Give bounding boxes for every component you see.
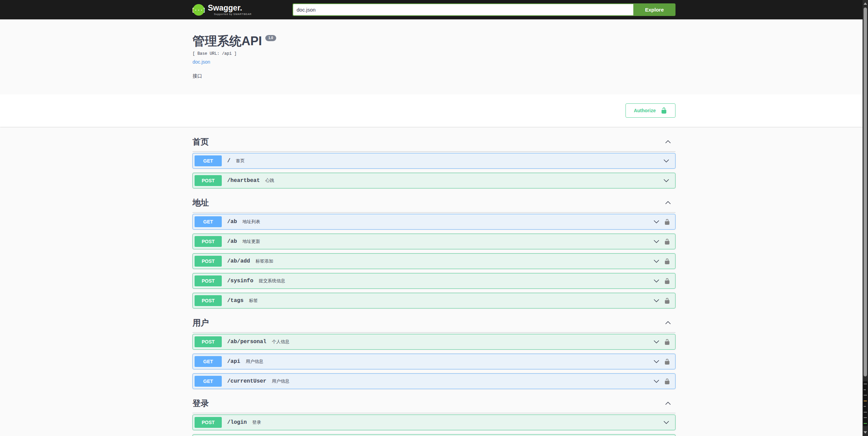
operation-path: /tags <box>227 298 244 304</box>
authorize-button[interactable]: Authorize <box>625 103 675 118</box>
method-badge: POST <box>195 336 222 347</box>
chevron-down-icon <box>652 257 661 265</box>
operation-row[interactable]: POST /ab/add 标签添加 <box>193 253 675 269</box>
operation-summary: 登录 <box>252 419 261 425</box>
expand-operation-button[interactable] <box>662 157 670 165</box>
chevron-down-icon <box>652 218 661 226</box>
chevron-down-icon <box>652 377 661 385</box>
unlocked-padlock-icon <box>664 238 670 245</box>
api-description: 接口 <box>193 73 675 79</box>
expand-operation-button[interactable] <box>652 277 661 285</box>
operation-row[interactable]: POST /ab/personal 个人信息 <box>193 334 675 350</box>
chevron-down-icon <box>662 177 670 185</box>
collapse-section-button[interactable] <box>664 399 672 407</box>
operation-row[interactable]: GET /ab 地址列表 <box>193 214 675 230</box>
auth-lock-button[interactable] <box>664 219 670 225</box>
method-badge: POST <box>195 275 222 286</box>
operation-path: /ab/add <box>227 258 250 264</box>
swagger-logo-icon: {···} <box>193 4 205 16</box>
topbar: {···} Swagger. Supported by SMARTBEAR Ex… <box>0 0 868 19</box>
expand-operation-button[interactable] <box>652 257 661 265</box>
operation-summary: 标签添加 <box>255 258 273 264</box>
auth-lock-button[interactable] <box>664 339 670 345</box>
operation-summary: 地址列表 <box>243 219 260 225</box>
spec-link[interactable]: doc.json <box>193 59 210 65</box>
method-badge: GET <box>195 155 222 166</box>
chevron-up-icon <box>664 138 672 146</box>
operation-summary: 用户信息 <box>272 378 289 384</box>
section-header[interactable]: 地址 <box>193 194 675 213</box>
brand-name: Swagger. <box>208 4 252 12</box>
chevron-down-icon <box>662 157 670 165</box>
auth-lock-button[interactable] <box>664 298 670 304</box>
authorize-label: Authorize <box>634 108 656 113</box>
operation-row[interactable]: POST /sysinfo 提交系统信息 <box>193 273 675 289</box>
operation-summary: 提交系统信息 <box>259 278 285 284</box>
version-badge: 1.0 <box>265 35 276 41</box>
operation-path: /currentUser <box>227 378 266 384</box>
spec-url-input[interactable] <box>293 3 633 16</box>
auth-lock-button[interactable] <box>664 378 670 385</box>
expand-operation-button[interactable] <box>662 418 670 426</box>
operation-row[interactable]: GET /currentUser 用户信息 <box>193 373 675 389</box>
expand-operation-button[interactable] <box>652 237 661 246</box>
unlocked-padlock-icon <box>664 339 670 345</box>
operation-path: /login <box>227 419 247 425</box>
unlocked-padlock-icon <box>664 219 670 225</box>
expand-operation-button[interactable] <box>652 377 661 385</box>
operation-row[interactable]: POST /loginStatus 登录状态 <box>193 434 675 436</box>
operation-summary: 个人信息 <box>272 339 289 345</box>
auth-lock-button[interactable] <box>664 238 670 245</box>
section-header[interactable]: 用户 <box>193 314 675 333</box>
information-container: 管理系统API 1.0 [ Base URL: /api ] doc.json … <box>0 19 868 94</box>
tag-section: 登录 POST /login 登录 POST /loginStatus 登录状态 <box>193 395 675 436</box>
scrollbar-minimap <box>863 381 868 426</box>
chevron-down-icon <box>652 338 661 346</box>
operation-path: /ab/personal <box>227 339 266 345</box>
chevron-up-icon <box>664 199 672 207</box>
section-title: 登录 <box>193 398 209 409</box>
expand-operation-button[interactable] <box>652 338 661 346</box>
collapse-section-button[interactable] <box>664 319 672 327</box>
operation-path: / <box>227 158 231 164</box>
section-header[interactable]: 登录 <box>193 395 675 413</box>
tag-section: 地址 GET /ab 地址列表 POST /ab 地址更新 <box>193 194 675 308</box>
operation-row[interactable]: POST /login 登录 <box>193 415 675 430</box>
operation-row[interactable]: GET /api 用户信息 <box>193 354 675 369</box>
chevron-down-icon <box>652 277 661 285</box>
operations-list: 首页 GET / 首页 POST /heartbeat 心跳 <box>186 127 682 436</box>
tag-section: 首页 GET / 首页 POST /heartbeat 心跳 <box>193 133 675 188</box>
section-header[interactable]: 首页 <box>193 133 675 152</box>
collapse-section-button[interactable] <box>664 199 672 207</box>
auth-lock-button[interactable] <box>664 278 670 284</box>
swagger-logo[interactable]: {···} Swagger. Supported by SMARTBEAR <box>193 4 252 16</box>
spec-url-form: Explore <box>293 3 675 16</box>
expand-operation-button[interactable] <box>652 218 661 226</box>
operation-row[interactable]: POST /ab 地址更新 <box>193 234 675 249</box>
section-title: 地址 <box>193 197 209 208</box>
brand-tagline: Supported by SMARTBEAR <box>208 13 252 16</box>
unlocked-padlock-icon <box>664 378 670 385</box>
operation-path: /ab <box>227 219 237 225</box>
operation-row[interactable]: POST /heartbeat 心跳 <box>193 173 675 188</box>
base-url: [ Base URL: /api ] <box>193 51 675 56</box>
auth-lock-button[interactable] <box>664 258 670 265</box>
scrollbar-down-arrow-icon[interactable] <box>864 431 867 434</box>
scrollbar[interactable] <box>863 0 868 436</box>
operation-row[interactable]: POST /tags 标签 <box>193 293 675 308</box>
method-badge: POST <box>195 175 222 186</box>
auth-lock-button[interactable] <box>664 358 670 365</box>
expand-operation-button[interactable] <box>652 357 661 366</box>
chevron-down-icon <box>652 297 661 305</box>
expand-operation-button[interactable] <box>652 297 661 305</box>
scrollbar-up-arrow-icon[interactable] <box>864 2 867 5</box>
operation-path: /sysinfo <box>227 278 253 284</box>
operation-summary: 用户信息 <box>246 358 263 365</box>
scheme-container: Authorize <box>0 94 868 127</box>
collapse-section-button[interactable] <box>664 138 672 146</box>
operation-path: /api <box>227 358 240 365</box>
expand-operation-button[interactable] <box>662 177 670 185</box>
operation-row[interactable]: GET / 首页 <box>193 153 675 169</box>
scrollbar-thumb[interactable] <box>864 7 867 376</box>
explore-button[interactable]: Explore <box>633 3 675 16</box>
